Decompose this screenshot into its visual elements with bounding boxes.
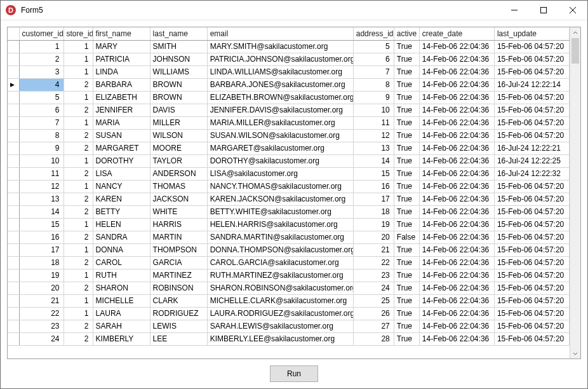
row-indicator[interactable] (8, 53, 19, 65)
cell-active[interactable]: True (394, 40, 419, 53)
cell-create_date[interactable]: 14-Feb-06 22:04:36 (419, 193, 494, 205)
cell-last_name[interactable]: LEWIS (150, 320, 207, 332)
cell-store_id[interactable]: 1 (63, 307, 93, 320)
table-row[interactable]: 211MICHELLECLARKMICHELLE.CLARK@sakilacus… (8, 294, 570, 307)
cell-active[interactable]: True (394, 116, 419, 129)
cell-first_name[interactable]: NANCY (93, 180, 150, 193)
cell-store_id[interactable]: 1 (63, 218, 93, 231)
table-row[interactable]: 31LINDAWILLIAMSLINDA.WILLIAMS@sakilacust… (8, 65, 570, 78)
row-indicator[interactable] (8, 307, 19, 320)
column-header-store_id[interactable]: store_id (63, 27, 93, 40)
cell-customer_id[interactable]: 19 (19, 269, 63, 282)
cell-store_id[interactable]: 2 (63, 104, 93, 116)
maximize-button[interactable] (529, 1, 558, 20)
cell-store_id[interactable]: 2 (63, 78, 93, 91)
cell-last_update[interactable]: 15-Feb-06 04:57:20 (494, 231, 569, 243)
cell-customer_id[interactable]: 16 (19, 231, 63, 243)
cell-create_date[interactable]: 14-Feb-06 22:04:36 (419, 243, 494, 256)
cell-active[interactable]: False (394, 231, 419, 243)
cell-address_id[interactable]: 5 (353, 40, 394, 53)
row-indicator[interactable] (8, 78, 19, 91)
cell-active[interactable]: True (394, 142, 419, 154)
cell-customer_id[interactable]: 21 (19, 294, 63, 307)
cell-store_id[interactable]: 2 (63, 142, 93, 154)
cell-first_name[interactable]: JENNIFER (93, 104, 150, 116)
row-indicator[interactable] (8, 91, 19, 104)
row-indicator[interactable] (8, 282, 19, 294)
cell-customer_id[interactable]: 12 (19, 180, 63, 193)
cell-email[interactable]: LINDA.WILLIAMS@sakilacustomer.org (207, 65, 353, 78)
cell-email[interactable]: KAREN.JACKSON@sakilacustomer.org (207, 193, 353, 205)
cell-first_name[interactable]: BARBARA (93, 78, 150, 91)
cell-create_date[interactable]: 14-Feb-06 22:04:36 (419, 142, 494, 154)
cell-first_name[interactable]: PATRICIA (93, 53, 150, 65)
cell-store_id[interactable]: 2 (63, 282, 93, 294)
cell-store_id[interactable]: 2 (63, 129, 93, 142)
cell-last_name[interactable]: WILSON (150, 129, 207, 142)
cell-active[interactable]: True (394, 78, 419, 91)
cell-active[interactable]: True (394, 205, 419, 218)
row-indicator[interactable] (8, 104, 19, 116)
cell-last_update[interactable]: 15-Feb-06 04:57:20 (494, 180, 569, 193)
cell-first_name[interactable]: DOROTHY (93, 154, 150, 167)
cell-last_name[interactable]: RODRIGUEZ (150, 307, 207, 320)
cell-create_date[interactable]: 14-Feb-06 22:04:36 (419, 218, 494, 231)
cell-email[interactable]: HELEN.HARRIS@sakilacustomer.org (207, 218, 353, 231)
table-row[interactable]: 221LAURARODRIGUEZLAURA.RODRIGUEZ@sakilac… (8, 307, 570, 320)
cell-customer_id[interactable]: 1 (19, 40, 63, 53)
cell-create_date[interactable]: 14-Feb-06 22:04:36 (419, 78, 494, 91)
cell-last_update[interactable]: 15-Feb-06 04:57:20 (494, 65, 569, 78)
cell-last_update[interactable]: 15-Feb-06 04:57:20 (494, 256, 569, 269)
cell-last_update[interactable]: 16-Jul-24 12:22:21 (494, 142, 569, 154)
row-indicator[interactable] (8, 231, 19, 243)
cell-customer_id[interactable]: 23 (19, 320, 63, 332)
cell-create_date[interactable]: 14-Feb-06 22:04:36 (419, 269, 494, 282)
row-indicator[interactable] (8, 320, 19, 332)
cell-address_id[interactable]: 25 (353, 294, 394, 307)
table-row[interactable]: 162SANDRAMARTINSANDRA.MARTIN@sakilacusto… (8, 231, 570, 243)
cell-customer_id[interactable]: 11 (19, 167, 63, 180)
cell-customer_id[interactable]: 10 (19, 154, 63, 167)
cell-customer_id[interactable]: 8 (19, 129, 63, 142)
table-row[interactable]: 21PATRICIAJOHNSONPATRICIA.JOHNSON@sakila… (8, 53, 570, 65)
table-row[interactable]: 112LISAANDERSONLISA@sakilacustomer.org15… (8, 167, 570, 180)
cell-create_date[interactable]: 14-Feb-06 22:04:36 (419, 104, 494, 116)
cell-store_id[interactable]: 2 (63, 231, 93, 243)
cell-store_id[interactable]: 1 (63, 180, 93, 193)
cell-active[interactable]: True (394, 91, 419, 104)
cell-email[interactable]: CAROL.GARCIA@sakilacustomer.org (207, 256, 353, 269)
cell-create_date[interactable]: 14-Feb-06 22:04:36 (419, 282, 494, 294)
cell-active[interactable]: True (394, 294, 419, 307)
cell-address_id[interactable]: 23 (353, 269, 394, 282)
row-indicator[interactable] (8, 332, 19, 345)
cell-customer_id[interactable]: 18 (19, 256, 63, 269)
cell-address_id[interactable]: 24 (353, 282, 394, 294)
cell-customer_id[interactable]: 13 (19, 193, 63, 205)
column-header-create_date[interactable]: create_date (419, 27, 494, 40)
cell-create_date[interactable]: 14-Feb-06 22:04:36 (419, 40, 494, 53)
cell-address_id[interactable]: 20 (353, 231, 394, 243)
cell-address_id[interactable]: 8 (353, 78, 394, 91)
cell-active[interactable]: True (394, 282, 419, 294)
cell-address_id[interactable]: 12 (353, 129, 394, 142)
cell-last_name[interactable]: WILLIAMS (150, 65, 207, 78)
cell-last_update[interactable]: 15-Feb-06 04:57:20 (494, 40, 569, 53)
cell-create_date[interactable]: 14-Feb-06 22:04:36 (419, 231, 494, 243)
table-row[interactable]: 92MARGARETMOOREMARGARET@sakilacustomer.o… (8, 142, 570, 154)
cell-email[interactable]: MARIA.MILLER@sakilacustomer.org (207, 116, 353, 129)
cell-last_name[interactable]: THOMAS (150, 180, 207, 193)
cell-store_id[interactable]: 2 (63, 256, 93, 269)
cell-create_date[interactable]: 14-Feb-06 22:04:36 (419, 129, 494, 142)
cell-email[interactable]: MARGARET@sakilacustomer.org (207, 142, 353, 154)
table-row[interactable]: 121NANCYTHOMASNANCY.THOMAS@sakilacustome… (8, 180, 570, 193)
column-header-last_update[interactable]: last_update (494, 27, 569, 40)
cell-create_date[interactable]: 14-Feb-06 22:04:36 (419, 116, 494, 129)
row-indicator[interactable] (8, 269, 19, 282)
cell-last_name[interactable]: JOHNSON (150, 53, 207, 65)
cell-last_name[interactable]: HARRIS (150, 218, 207, 231)
run-button[interactable]: Run (270, 365, 318, 382)
cell-address_id[interactable]: 17 (353, 193, 394, 205)
cell-last_update[interactable]: 15-Feb-06 04:57:20 (494, 218, 569, 231)
row-indicator[interactable] (8, 218, 19, 231)
cell-last_name[interactable]: JACKSON (150, 193, 207, 205)
